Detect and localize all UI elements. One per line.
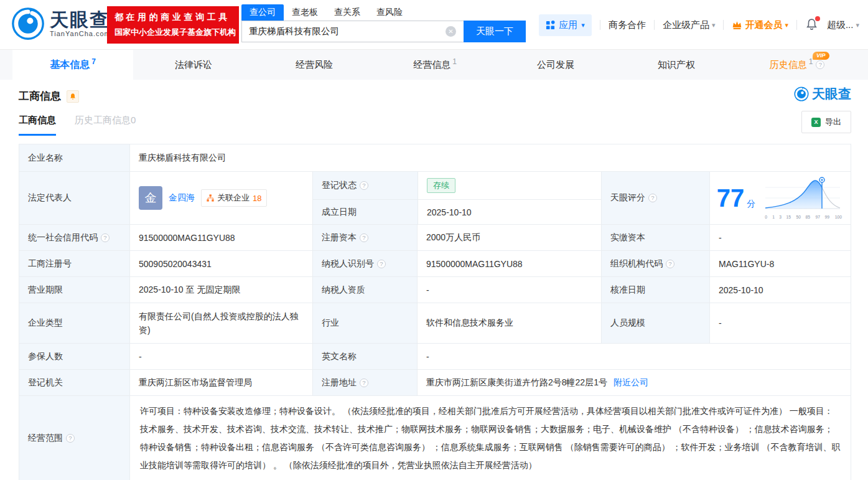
field-legal-rep-value: 金 金四海 关联企业 18	[129, 172, 312, 224]
menu-super-vip[interactable]: 超级...	[827, 19, 859, 31]
field-insured-count-label: 参保人数	[19, 344, 129, 369]
table-row: 登记机关 重庆两江新区市场监督管理局 注册地址 重庆市两江新区康美街道卉竹路2号…	[19, 369, 851, 395]
subtab-current-business-info[interactable]: 工商信息	[19, 115, 56, 136]
apps-label: 应用	[559, 19, 577, 31]
vip-label: 开通会员	[745, 19, 782, 31]
search-input[interactable]	[241, 21, 464, 42]
menu-divider	[654, 20, 655, 30]
chevron-down-icon	[712, 21, 716, 29]
legal-rep-link[interactable]: 金四海	[169, 192, 195, 204]
tab-label: 经营风险	[296, 59, 333, 70]
help-icon[interactable]	[360, 233, 368, 242]
field-insured-count-value: -	[129, 344, 312, 369]
subtab-history-business-info[interactable]: 历史工商信息0	[75, 115, 136, 136]
apps-grid-icon	[546, 21, 555, 30]
tab-basic-info[interactable]: 基本信息7	[12, 50, 133, 80]
field-score-value[interactable]: 77 分	[709, 172, 851, 224]
help-icon[interactable]	[377, 260, 386, 268]
notification-dot	[815, 16, 820, 21]
related-count: 18	[253, 194, 261, 203]
field-reg-authority-label: 登记机关	[19, 370, 129, 395]
tab-operation-risk[interactable]: 经营风险	[254, 50, 375, 80]
related-companies-badge[interactable]: 关联企业 18	[201, 189, 267, 207]
top-bar: 天眼查 TianYanCha.com 都在用的商业查询工具 国家中小企业发展子基…	[0, 0, 868, 50]
field-reg-address-value: 重庆市两江新区康美街道卉竹路2号8幢22层1号 附近公司	[417, 370, 851, 395]
field-industry-label: 行业	[312, 303, 417, 343]
search-tab-risk[interactable]: 查风险	[368, 4, 411, 21]
tab-intellectual-property[interactable]: 知识产权	[616, 50, 737, 80]
logo-text: 天眼查 TianYanCha.com	[50, 10, 111, 37]
business-registration-table: 企业名称 重庆梯盾科技有限公司 法定代表人 金 金四海 关联企业 18	[19, 144, 851, 480]
tab-label: 经营信息	[413, 59, 450, 70]
menu-divider	[723, 20, 724, 30]
search-button[interactable]: 天眼一下	[464, 21, 526, 42]
field-reg-address-label: 注册地址	[312, 370, 417, 395]
field-taxpayer-quality-label: 纳税人资质	[312, 277, 417, 303]
table-row: 法定代表人 金 金四海 关联企业 18	[19, 171, 851, 224]
table-row: 统一社会信用代码 91500000MAG11GYU88 注册资本 2000万人民…	[19, 224, 851, 250]
field-staff-size-value: -	[709, 303, 851, 343]
help-icon[interactable]	[648, 194, 657, 202]
promo-banner: 都在用的商业查询工具 国家中小企业发展子基金旗下机构	[107, 6, 239, 44]
watermark-text: 天眼查	[812, 85, 851, 103]
tab-count: 1	[809, 57, 813, 66]
apps-menu-button[interactable]: 应用	[539, 14, 592, 36]
menu-enterprise[interactable]: 企业级产品	[663, 19, 716, 31]
table-row: 工商注册号 500905020043431 纳税人识别号 91500000MAG…	[19, 250, 851, 276]
help-icon[interactable]	[66, 434, 75, 443]
bell-icon	[69, 93, 77, 100]
logo-swirl-icon	[794, 87, 809, 101]
field-credit-code-value: 91500000MAG11GYU88	[129, 225, 312, 250]
field-establish-date-label: 成立日期	[313, 200, 418, 224]
org-chart-icon	[207, 194, 214, 202]
search-tab-boss[interactable]: 查老板	[284, 4, 326, 21]
tab-company-development[interactable]: 公司发展	[495, 50, 616, 80]
field-company-name-value: 重庆梯盾科技有限公司	[129, 144, 851, 171]
tab-legal-litigation[interactable]: 法律诉讼	[133, 50, 254, 80]
field-reg-capital-label: 注册资本	[312, 225, 417, 250]
tab-history-info[interactable]: VIP 历史信息1	[737, 50, 857, 80]
field-staff-size-label: 人员规模	[601, 303, 709, 343]
table-row: 营业期限 2025-10-10 至 无固定期限 纳税人资质 - 核准日期 202…	[19, 276, 851, 303]
notification-bell-icon[interactable]	[805, 17, 819, 32]
related-label: 关联企业	[217, 192, 250, 204]
nearby-companies-link[interactable]: 附近公司	[614, 377, 648, 388]
field-taxpayer-id-label: 纳税人识别号	[312, 251, 417, 276]
excel-icon	[811, 118, 821, 127]
tab-label: 历史信息	[770, 59, 807, 70]
field-establish-date-value: 2025-10-10	[418, 200, 602, 224]
export-button[interactable]: 导出	[801, 111, 851, 133]
field-reg-status-label: 登记状态	[313, 172, 418, 199]
super-vip-label: 超级...	[827, 19, 854, 31]
help-icon[interactable]	[360, 181, 368, 190]
clear-icon[interactable]	[446, 26, 456, 37]
field-reg-number-value: 500905020043431	[129, 251, 312, 276]
search-tab-company[interactable]: 查公司	[241, 4, 284, 21]
help-icon[interactable]	[101, 233, 110, 242]
subscribe-bell-button[interactable]	[67, 90, 79, 103]
help-icon[interactable]	[360, 379, 368, 387]
table-row: 企业名称 重庆梯盾科技有限公司	[19, 144, 851, 171]
logo-title: 天眼查	[50, 10, 111, 30]
menu-open-vip[interactable]: 开通会员	[732, 19, 788, 31]
tab-count: 1	[452, 57, 457, 66]
field-approval-date-value: 2025-10-10	[709, 277, 851, 303]
search-tab-relation[interactable]: 查关系	[326, 4, 368, 21]
tianyancha-logo[interactable]: 天眼查 TianYanCha.com	[11, 7, 111, 40]
table-row: 经营范围 许可项目：特种设备安装改造修理；特种设备设计。 （依法须经批准的项目，…	[19, 395, 851, 480]
field-company-type-value: 有限责任公司(自然人投资或控股的法人独资)	[129, 303, 312, 343]
field-business-term-label: 营业期限	[19, 277, 129, 303]
export-label: 导出	[825, 116, 841, 128]
avatar[interactable]: 金	[139, 186, 162, 210]
field-english-name-value: -	[417, 344, 851, 369]
field-company-name-label: 企业名称	[19, 144, 129, 171]
field-taxpayer-quality-value: -	[417, 277, 601, 303]
field-business-scope-value: 许可项目：特种设备安装改造修理；特种设备设计。 （依法须经批准的项目，经相关部门…	[129, 396, 851, 480]
vip-badge: VIP	[813, 52, 829, 60]
help-icon[interactable]	[816, 60, 824, 69]
table-row: 参保人数 - 英文名称 -	[19, 343, 851, 369]
tab-operation-info[interactable]: 经营信息1	[375, 50, 495, 80]
menu-cooperation[interactable]: 商务合作	[609, 19, 646, 31]
help-icon[interactable]	[666, 260, 674, 268]
menu-divider	[796, 20, 797, 30]
